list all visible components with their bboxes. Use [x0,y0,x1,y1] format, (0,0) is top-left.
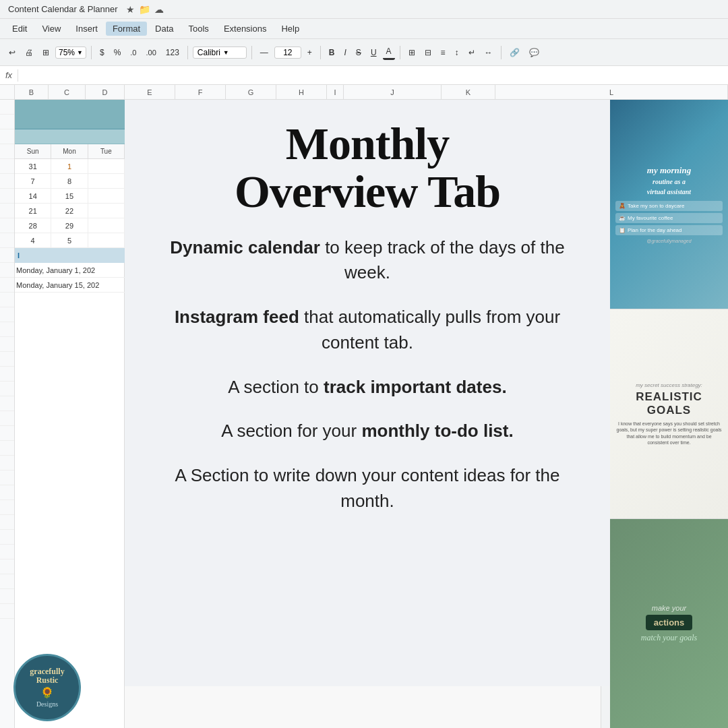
cal-day-14[interactable]: 14 [15,189,51,204]
border-button[interactable]: ⊞ [405,46,419,59]
row-num-32 [0,559,14,574]
strikethrough-button[interactable]: S [353,46,365,59]
cal-day-22[interactable]: 22 [51,204,88,218]
decimal-down-button[interactable]: .0 [127,47,140,59]
row-num-9 [0,218,14,233]
menu-format[interactable]: Format [106,22,147,36]
row-num-10 [0,233,14,248]
img1-item-1-icon: 🧸 [619,203,626,209]
undo-button[interactable]: ↩ [5,46,19,59]
cal-day-empty-4[interactable] [88,204,125,218]
font-size-value: 12 [283,48,292,57]
cal-day-1[interactable]: 1 [51,159,88,174]
cal-day-28[interactable]: 28 [15,218,51,233]
cal-day-31[interactable]: 31 [15,159,51,174]
link-button[interactable]: 🔗 [506,46,523,59]
comment-button[interactable]: 💬 [526,46,543,59]
col-header-j[interactable]: J [344,85,442,99]
logo-text-bottom: Designs [36,700,58,708]
menu-extensions[interactable]: Extensions [217,22,274,36]
col-header-g[interactable]: G [226,85,276,99]
print-button[interactable]: 🖨 [22,46,36,59]
font-selector[interactable]: Calibri ▼ [193,47,247,59]
cal-day-empty-1[interactable] [88,159,125,174]
row-num-18 [0,352,14,367]
row-numbers [0,100,15,728]
feature-5-text: A Section to write down your content ide… [175,465,560,511]
font-size-field[interactable]: 12 [274,47,301,59]
feature-1-text: to keep track of the days of the week. [325,237,565,283]
font-plus-button[interactable]: + [304,46,315,59]
col-header-l[interactable]: L [495,85,728,99]
valign-button[interactable]: ↕ [452,46,462,59]
cal-day-29[interactable]: 29 [51,218,88,233]
text-color-button[interactable]: A [383,44,395,60]
row-num-27 [0,485,14,500]
rtl-button[interactable]: ↔ [481,46,496,59]
merge-button[interactable]: ⊟ [421,46,435,59]
currency-button[interactable]: $ [96,46,108,59]
format-paint-button[interactable]: ⊞ [39,46,53,59]
menu-insert[interactable]: Insert [69,22,104,36]
toolbar-separator-2 [187,46,188,59]
bold-button[interactable]: B [326,46,338,59]
feature-4: A section for your monthly to-do list. [221,419,513,444]
cal-day-4[interactable]: 4 [15,233,51,248]
underline-button[interactable]: U [367,46,380,59]
wrap-button[interactable]: ↵ [465,46,479,59]
cal-header-sun: Sun [15,144,51,159]
menu-tools[interactable]: Tools [182,22,216,36]
feature-2: Instagram feed that automatically pulls … [152,305,583,355]
cal-day-8[interactable]: 8 [51,174,88,189]
italic-button[interactable]: I [341,46,350,59]
formula-bar: fx [0,66,728,85]
star-icon[interactable]: ★ [126,4,135,15]
row-number-header [0,85,15,99]
menu-view[interactable]: View [35,22,67,36]
menu-help[interactable]: Help [274,22,306,36]
img1-item-3: 📋 Plan for the day ahead [615,225,723,235]
img3-line1: make your [652,604,686,612]
img1-item-2-text: My favourite coffee [628,215,673,221]
zoom-control[interactable]: 75% ▼ [55,47,86,59]
col-header-c[interactable]: C [49,85,86,99]
cal-day-15[interactable]: 15 [51,189,88,204]
col-header-e[interactable]: E [125,85,175,99]
feature-4-text-a: A section for your [221,421,361,441]
col-header-d[interactable]: D [86,85,125,99]
menu-data[interactable]: Data [148,22,180,36]
cal-day-empty-3[interactable] [88,189,125,204]
cal-day-empty-5[interactable] [88,218,125,233]
row-num-14 [0,293,14,307]
col-header-i[interactable]: I [327,85,344,99]
calendar-day-headers: Sun Mon Tue [15,144,125,159]
col-header-k[interactable]: K [442,85,495,99]
title-bar-icons: ★ 📁 ☁ [126,4,164,15]
monthly-title: Monthly Overview Tab [235,120,500,216]
col-header-f[interactable]: F [175,85,226,99]
align-button[interactable]: ≡ [437,46,449,59]
toolbar-separator-5 [400,46,400,59]
cal-day-7[interactable]: 7 [15,174,51,189]
cal-day-5[interactable]: 5 [51,233,88,248]
date-text-1: Monday, January 1, 202 [16,266,95,274]
img2-title: REALISTIC GOALS [615,390,723,417]
col-header-b[interactable]: B [15,85,49,99]
row-num-17 [0,337,14,352]
decimal-up-button[interactable]: .00 [143,47,160,59]
cal-day-21[interactable]: 21 [15,204,51,218]
cal-day-empty-2[interactable] [88,174,125,189]
row-num-7 [0,189,14,204]
font-minus-button[interactable]: — [257,46,272,59]
menu-edit[interactable]: Edit [5,22,34,36]
img1-items: 🧸 Take my son to daycare ☕ My favourite … [615,201,723,235]
cal-week-1: 31 1 [15,159,125,174]
cal-day-empty-6[interactable] [88,233,125,248]
left-panel: Sun Mon Tue 31 1 7 8 14 15 21 [0,100,125,728]
number-format-button[interactable]: 123 [162,46,183,59]
col-header-h[interactable]: H [276,85,327,99]
feature-2-bold: Instagram feed [175,307,299,327]
row-num-22 [0,411,14,426]
selected-row[interactable]: I [15,248,125,263]
percent-button[interactable]: % [111,46,125,59]
